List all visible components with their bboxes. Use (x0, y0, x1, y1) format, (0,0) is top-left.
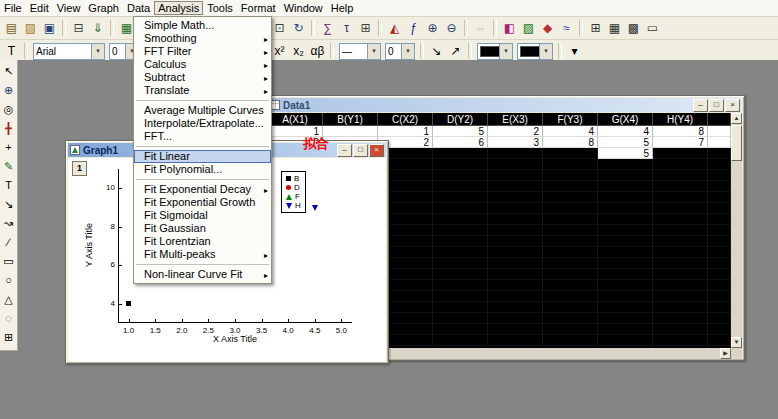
worksheet-cell[interactable] (433, 192, 488, 203)
worksheet-cell[interactable] (543, 225, 598, 236)
worksheet-cell[interactable] (488, 159, 543, 170)
minimize-button[interactable]: – (337, 144, 352, 157)
column-header-d-y2[interactable]: D(Y2) (433, 113, 488, 126)
menu-tools[interactable]: Tools (203, 1, 237, 15)
superscript-icon[interactable]: x² (270, 42, 289, 60)
draw-data-icon[interactable]: ✎ (1, 157, 17, 176)
worksheet-cell[interactable] (653, 324, 708, 335)
worksheet-cell[interactable] (653, 236, 708, 247)
worksheet-cell[interactable] (433, 302, 488, 313)
worksheet-cell[interactable] (653, 258, 708, 269)
menu-item-simple-math[interactable]: Simple Math... (134, 19, 271, 32)
worksheet-cell[interactable] (433, 313, 488, 324)
worksheet-cell[interactable] (653, 313, 708, 324)
worksheet-cell[interactable] (598, 291, 653, 302)
worksheet-cell[interactable] (433, 247, 488, 258)
menu-item-fit-gaussian[interactable]: Fit Gaussian (134, 222, 271, 235)
worksheet-cell[interactable] (598, 335, 653, 346)
worksheet-cell[interactable] (488, 170, 543, 181)
worksheet-cell[interactable] (433, 159, 488, 170)
worksheet-cell[interactable] (433, 181, 488, 192)
worksheet-cell[interactable] (543, 214, 598, 225)
combo-arrow-icon[interactable]: ▾ (91, 44, 104, 59)
worksheet-cell[interactable] (653, 280, 708, 291)
line-color-combo[interactable]: ▾ (517, 43, 553, 60)
worksheet-cell[interactable]: 8 (543, 137, 598, 148)
column-header-e-x3[interactable]: E(X3) (488, 113, 543, 126)
line-style-combo[interactable]: —▾ (339, 43, 381, 60)
menu-edit[interactable]: Edit (26, 1, 53, 15)
greek-icon[interactable]: αβ (308, 42, 327, 60)
menu-item-fit-multi-peaks[interactable]: Fit Multi-peaks▸ (134, 248, 271, 261)
worksheet-cell[interactable] (433, 148, 488, 159)
circle-annotation-icon[interactable]: ○ (1, 271, 17, 290)
worksheet-cell[interactable] (598, 170, 653, 181)
worksheet-cell[interactable] (488, 269, 543, 280)
worksheet-cell[interactable] (653, 335, 708, 346)
worksheet-cell[interactable] (598, 214, 653, 225)
worksheet-cell[interactable] (543, 280, 598, 291)
worksheet-cell[interactable] (543, 148, 598, 159)
text-annotation-icon[interactable]: T (1, 176, 17, 195)
scroll-down-button[interactable]: ▼ (731, 337, 742, 348)
worksheet-cell[interactable]: 5 (598, 137, 653, 148)
legend-marker-H[interactable] (286, 203, 292, 209)
data-selector-icon[interactable]: ◎ (1, 100, 17, 119)
worksheet-cell[interactable] (543, 203, 598, 214)
print-icon[interactable]: ⊟ (69, 19, 88, 37)
menu-item-calculus[interactable]: Calculus▸ (134, 58, 271, 71)
column-header-h-y4[interactable]: H(Y4) (653, 113, 708, 126)
worksheet-cell[interactable] (653, 192, 708, 203)
worksheet-cell[interactable]: 2 (488, 126, 543, 137)
worksheet-cell[interactable] (653, 302, 708, 313)
worksheet-cell[interactable] (433, 280, 488, 291)
refresh-icon[interactable]: ↻ (289, 19, 308, 37)
vertical-scrollbar[interactable]: ▲ ▼ (731, 113, 742, 348)
worksheet-cell[interactable] (598, 247, 653, 258)
worksheet-cell[interactable]: 5 (433, 126, 488, 137)
menu-item-non-linear-curve-fit[interactable]: Non-linear Curve Fit▸ (134, 268, 271, 281)
more-formats-icon[interactable]: ▾ (565, 42, 584, 60)
column-header-b-y1[interactable]: B(Y1) (323, 113, 378, 126)
worksheet-cell[interactable] (488, 148, 543, 159)
open-arrow-icon[interactable]: ↗ (446, 42, 465, 60)
worksheet-cell[interactable] (653, 159, 708, 170)
column-header-f-y3[interactable]: F(Y3) (543, 113, 598, 126)
line-width-combo[interactable]: 0▾ (385, 43, 415, 60)
worksheet-cell[interactable] (543, 192, 598, 203)
rectangle-annotation-icon[interactable]: ▭ (1, 252, 17, 271)
worksheet-cell[interactable] (488, 313, 543, 324)
grid-icon[interactable]: ⊞ (586, 19, 605, 37)
menu-item-average-multiple-curves[interactable]: Average Multiple Curves (134, 104, 271, 117)
worksheet-cell[interactable] (488, 280, 543, 291)
column-header-g-x4[interactable]: G(X4) (598, 113, 653, 126)
line-annotation-icon[interactable]: ∕ (1, 233, 17, 252)
worksheet-cell[interactable] (598, 192, 653, 203)
menu-analysis[interactable]: Analysis (154, 1, 203, 15)
worksheet-cell[interactable] (598, 258, 653, 269)
font-name-combo[interactable]: Arial▾ (33, 43, 105, 60)
menu-item-smoothing[interactable]: Smoothing▸ (134, 32, 271, 45)
worksheet-cell[interactable] (543, 335, 598, 346)
worksheet-cell[interactable] (543, 247, 598, 258)
scroll-up-button[interactable]: ▲ (731, 113, 742, 124)
vertical-scrollbar-thumb[interactable] (731, 125, 742, 161)
column-header-a-x1[interactable]: A(X1) (268, 113, 323, 126)
subscript-icon[interactable]: x₂ (289, 42, 308, 60)
menu-item-interpolate-extrapolate[interactable]: Interpolate/Extrapolate... (134, 117, 271, 130)
statistics-sum-icon[interactable]: ∑ (318, 19, 337, 37)
worksheet-cell[interactable] (653, 181, 708, 192)
worksheet-cell[interactable] (598, 302, 653, 313)
series-B-point[interactable] (126, 301, 131, 306)
worksheet-cell[interactable] (598, 236, 653, 247)
close-button[interactable]: × (369, 144, 384, 157)
worksheet-cell[interactable] (598, 280, 653, 291)
menu-item-fft-filter[interactable]: FFT Filter▸ (134, 45, 271, 58)
arrow-tool-icon[interactable]: ↘ (427, 42, 446, 60)
combo-arrow-icon[interactable]: ▾ (539, 44, 552, 59)
save-project-icon[interactable]: ▣ (40, 19, 59, 37)
menu-view[interactable]: View (53, 1, 85, 15)
matrix-tool-icon[interactable]: ⊞ (1, 328, 17, 347)
maximize-button[interactable]: □ (709, 99, 724, 112)
column-header-c-x2[interactable]: C(X2) (378, 113, 433, 126)
